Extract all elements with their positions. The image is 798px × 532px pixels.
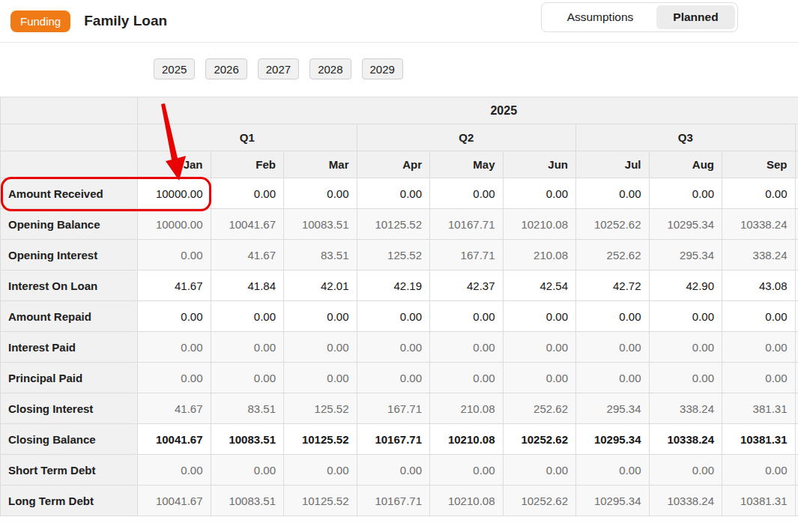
value-cell: 0.00 (284, 332, 357, 363)
value-cell: 0.00 (284, 363, 357, 393)
value-cell: 167.71 (357, 393, 430, 424)
value-cell: 0.00 (722, 363, 796, 393)
month-header-apr: Apr (357, 151, 430, 178)
value-cell: 10167.71 (357, 424, 430, 455)
value-cell: 10125.52 (284, 424, 357, 455)
value-cell[interactable]: 0.00 (357, 301, 430, 332)
clipped-value-cell (795, 424, 798, 455)
value-cell: 10083.51 (211, 424, 284, 455)
value-cell: 0.00 (138, 332, 211, 363)
value-cell: 252.62 (503, 393, 576, 424)
clipped-value-cell (795, 363, 798, 393)
value-cell: 10295.34 (649, 209, 722, 240)
value-cell[interactable]: 0.00 (649, 178, 722, 209)
value-cell[interactable]: 0.00 (503, 301, 576, 332)
value-cell: 10041.67 (138, 424, 211, 455)
clipped-value-cell (795, 455, 798, 486)
value-cell[interactable]: 0.00 (430, 178, 504, 209)
value-cell: 0.00 (503, 455, 576, 486)
value-cell[interactable]: 0.00 (649, 301, 722, 332)
year-button-2029[interactable]: 2029 (362, 58, 403, 79)
value-cell[interactable]: 41.84 (211, 270, 284, 301)
value-cell: 10295.34 (576, 486, 650, 516)
value-cell: 0.00 (138, 363, 211, 393)
clipped-value-cell (795, 301, 798, 332)
value-cell[interactable]: 0.00 (722, 178, 796, 209)
value-cell: 0.00 (430, 363, 504, 393)
value-cell[interactable]: 0.00 (211, 178, 284, 209)
value-cell: 0.00 (211, 455, 284, 486)
year-button-2025[interactable]: 2025 (154, 58, 195, 79)
planned-table-container: 2025Q1Q2Q3JanFebMarAprMayJunJulAugSep Am… (0, 97, 798, 516)
year-button-2026[interactable]: 2026 (205, 58, 247, 79)
year-button-2027[interactable]: 2027 (258, 58, 299, 79)
value-cell: 41.67 (138, 393, 211, 424)
value-cell: 0.00 (357, 332, 430, 363)
year-button-2028[interactable]: 2028 (309, 58, 351, 79)
tab-planned[interactable]: Planned (656, 5, 735, 29)
value-cell[interactable]: 42.37 (430, 270, 504, 301)
value-cell: 0.00 (503, 363, 576, 393)
month-header-jun: Jun (503, 151, 576, 178)
value-cell[interactable]: 0.00 (576, 178, 650, 209)
value-cell: 0.00 (211, 363, 284, 393)
clipped-value-cell (795, 332, 798, 363)
row-label: Closing Interest (1, 393, 138, 424)
value-cell: 10252.62 (503, 424, 576, 455)
value-cell: 10210.08 (430, 424, 504, 455)
value-cell: 0.00 (649, 363, 722, 393)
value-cell: 83.51 (284, 240, 357, 270)
clipped-value-cell (795, 209, 798, 240)
year-header-cell: 2025 (138, 97, 798, 124)
row-label: Interest On Loan (1, 270, 138, 301)
table-row: Amount Repaid0.000.000.000.000.000.000.0… (1, 301, 798, 332)
value-cell: 10252.62 (576, 209, 650, 240)
table-corner-cell (1, 124, 138, 151)
value-cell[interactable]: 42.01 (284, 270, 357, 301)
value-cell: 10083.51 (284, 209, 357, 240)
value-cell[interactable]: 42.19 (357, 270, 430, 301)
value-cell[interactable]: 42.54 (503, 270, 576, 301)
value-cell: 0.00 (576, 363, 650, 393)
row-label: Amount Received (1, 178, 138, 209)
value-cell: 0.00 (576, 332, 650, 363)
value-cell: 125.52 (284, 393, 357, 424)
month-header-jul: Jul (576, 151, 650, 178)
value-cell[interactable]: 0.00 (357, 178, 430, 209)
value-cell[interactable]: 0.00 (430, 301, 504, 332)
value-cell[interactable]: 0.00 (284, 301, 357, 332)
funding-badge: Funding (10, 10, 70, 32)
value-cell[interactable]: 0.00 (211, 301, 284, 332)
table-row: Opening Interest0.0041.6783.51125.52167.… (1, 240, 798, 270)
value-cell: 0.00 (430, 455, 504, 486)
clipped-value-cell (795, 393, 798, 424)
value-cell: 10295.34 (576, 424, 650, 455)
top-bar: Funding Family Loan Assumptions Planned (0, 0, 798, 43)
value-cell: 10252.62 (503, 486, 576, 516)
value-cell[interactable]: 42.90 (649, 270, 722, 301)
value-cell[interactable]: 43.08 (722, 270, 796, 301)
value-cell: 0.00 (722, 455, 796, 486)
year-selector: 2025 2026 2027 2028 2029 (0, 43, 798, 97)
value-cell: 10210.08 (430, 486, 504, 516)
value-cell: 0.00 (357, 363, 430, 393)
clipped-value-cell (795, 240, 798, 270)
row-label: Interest Paid (1, 332, 138, 363)
table-row: Long Term Debt10041.6710083.5110125.5210… (1, 486, 798, 516)
value-cell[interactable]: 0.00 (722, 301, 796, 332)
value-cell[interactable]: 42.72 (576, 270, 650, 301)
row-label: Opening Balance (1, 209, 138, 240)
table-corner-cell (1, 97, 138, 124)
value-cell[interactable]: 0.00 (503, 178, 576, 209)
value-cell[interactable]: 0.00 (576, 301, 650, 332)
table-row: Short Term Debt0.000.000.000.000.000.000… (1, 455, 798, 486)
value-cell[interactable]: 0.00 (138, 301, 211, 332)
quarter-header-clipped (795, 124, 798, 151)
value-cell[interactable]: 10000.00 (138, 178, 211, 209)
value-cell[interactable]: 0.00 (284, 178, 357, 209)
clipped-value-cell (795, 270, 798, 301)
value-cell: 0.00 (138, 240, 211, 270)
tab-assumptions[interactable]: Assumptions (544, 5, 656, 29)
value-cell[interactable]: 41.67 (138, 270, 211, 301)
value-cell: 0.00 (649, 332, 722, 363)
